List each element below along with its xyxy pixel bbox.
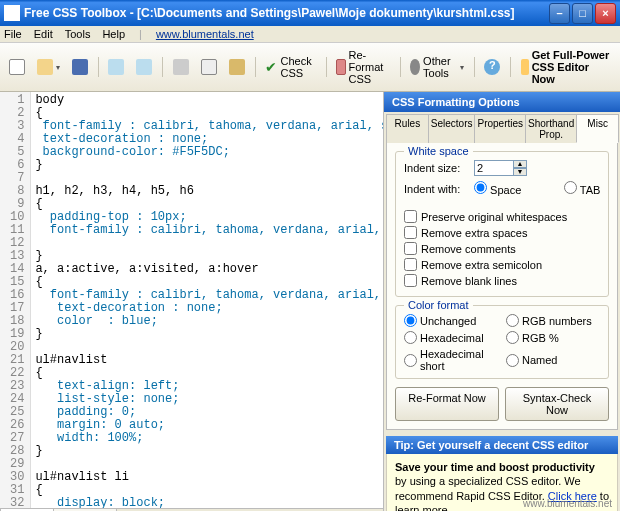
radio-rgbpct[interactable] [506, 331, 519, 344]
copy-button[interactable] [197, 56, 221, 78]
save-button[interactable] [68, 56, 92, 78]
window-title: Free CSS Toolbox - [C:\Documents and Set… [24, 6, 549, 20]
tab-selectors[interactable]: Selectors [428, 114, 476, 143]
sidebar: CSS Formatting Options RulesSelectorsPro… [384, 92, 620, 511]
titlebar: Free CSS Toolbox - [C:\Documents and Set… [0, 0, 620, 26]
tip-header: Tip: Get yourself a decent CSS editor [386, 436, 618, 454]
code-editor[interactable]: 1234567891011121314151617181920212223242… [0, 92, 383, 508]
tab-shorthandprop[interactable]: Shorthand Prop. [525, 114, 577, 143]
check-css-button[interactable]: ✔Check CSS [261, 52, 319, 82]
radio-hex[interactable] [404, 331, 417, 344]
check-icon: ✔ [265, 59, 277, 75]
radio-space[interactable] [474, 181, 487, 194]
other-tools-button[interactable]: Other Tools▾ [406, 52, 468, 82]
radio-rgbnum[interactable] [506, 314, 519, 327]
indent-size-label: Indent size: [404, 162, 474, 174]
close-button[interactable]: × [595, 3, 616, 24]
help-icon: ? [484, 59, 500, 75]
indent-size-input[interactable] [474, 160, 514, 176]
radio-named[interactable] [506, 354, 519, 367]
maximize-button[interactable]: □ [572, 3, 593, 24]
help-button[interactable]: ? [480, 56, 504, 78]
menu-edit[interactable]: Edit [34, 28, 53, 40]
undo-button[interactable] [104, 56, 128, 78]
chk-rmblank[interactable] [404, 274, 417, 287]
gear-icon [410, 59, 420, 75]
new-button[interactable] [5, 56, 29, 78]
menu-file[interactable]: File [4, 28, 22, 40]
cut-button[interactable] [169, 56, 193, 78]
tab-properties[interactable]: Properties [474, 114, 526, 143]
toolbar: ▾ ✔Check CSS Re-Format CSS Other Tools▾ … [0, 43, 620, 92]
open-button[interactable]: ▾ [33, 56, 64, 78]
indent-with-label: Indent with: [404, 183, 474, 195]
radio-hexshort[interactable] [404, 354, 417, 367]
colorformat-legend: Color format [404, 299, 473, 311]
download-icon [521, 59, 529, 75]
redo-button[interactable] [132, 56, 156, 78]
editor-pane: 1234567891011121314151617181920212223242… [0, 92, 384, 511]
reformat-css-button[interactable]: Re-Format CSS [332, 46, 394, 88]
reformat-icon [336, 59, 345, 75]
status-text: www.blumentals.net [523, 498, 612, 509]
syntax-check-button[interactable]: Syntax-Check Now [505, 387, 609, 421]
spin-up[interactable]: ▲ [513, 160, 527, 168]
reformat-now-button[interactable]: Re-Format Now [395, 387, 499, 421]
menubar: File Edit Tools Help | www.blumentals.ne… [0, 26, 620, 43]
radio-unchanged[interactable] [404, 314, 417, 327]
app-icon [4, 5, 20, 21]
sidebar-header: CSS Formatting Options [384, 92, 620, 112]
paste-button[interactable] [225, 56, 249, 78]
chk-rmcomments[interactable] [404, 242, 417, 255]
chk-preserve[interactable] [404, 210, 417, 223]
tab-rules[interactable]: Rules [386, 114, 429, 143]
minimize-button[interactable]: – [549, 3, 570, 24]
menu-tools[interactable]: Tools [65, 28, 91, 40]
menu-help[interactable]: Help [102, 28, 125, 40]
tab-misc[interactable]: Misc [576, 114, 619, 143]
chk-rmsemi[interactable] [404, 258, 417, 271]
whitespace-legend: White space [404, 145, 473, 157]
chk-rmspaces[interactable] [404, 226, 417, 239]
spin-down[interactable]: ▼ [513, 168, 527, 176]
menu-link[interactable]: www.blumentals.net [156, 28, 254, 40]
radio-tab[interactable] [564, 181, 577, 194]
promo-button[interactable]: Get Full-Power CSS Editor Now [517, 46, 615, 88]
